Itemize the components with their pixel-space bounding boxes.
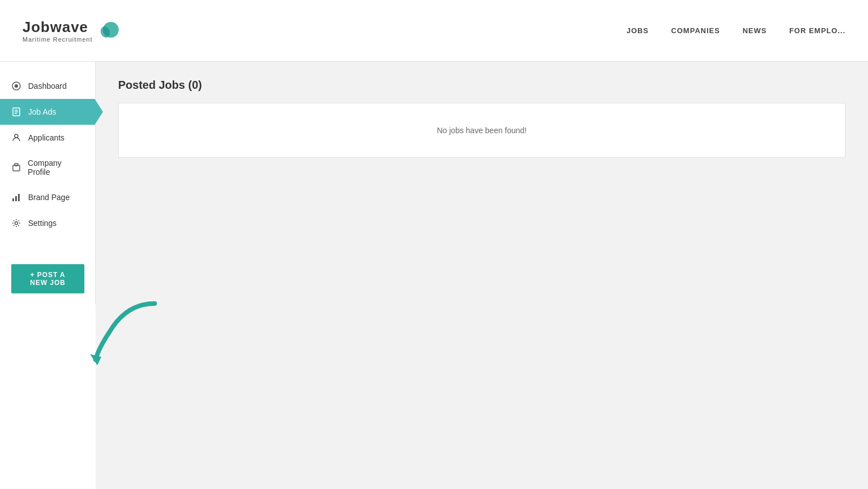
svg-rect-11 <box>12 198 14 201</box>
sidebar-label-brand-page: Brand Page <box>28 193 70 202</box>
job-ads-icon <box>11 107 21 117</box>
post-new-job-button[interactable]: + POST A NEW JOB <box>11 264 84 293</box>
nav-for-employers[interactable]: FOR EMPLO... <box>789 26 845 35</box>
sidebar-item-job-ads[interactable]: Job Ads <box>0 99 95 125</box>
nav-companies[interactable]: COMPANIES <box>671 26 720 35</box>
nav-links: JOBS COMPANIES NEWS FOR EMPLO... <box>627 26 845 35</box>
sidebar-wrapper: Dashboard Job Ads Applicants Company Pro… <box>0 62 96 489</box>
sidebar-label-dashboard: Dashboard <box>28 82 67 90</box>
svg-point-8 <box>15 134 18 138</box>
logo-text: Jobwave Maritime Recruitment <box>23 19 93 43</box>
no-jobs-message: No jobs have been found! <box>130 115 834 146</box>
section-title: Posted Jobs (0) <box>118 79 845 92</box>
header: Jobwave Maritime Recruitment JOBS COMPAN… <box>0 0 868 62</box>
svg-point-3 <box>15 84 18 88</box>
sidebar-label-applicants: Applicants <box>28 133 65 142</box>
sidebar-label-job-ads: Job Ads <box>28 107 56 116</box>
sidebar: Dashboard Job Ads Applicants Company Pro… <box>0 62 96 305</box>
sidebar-item-brand-page[interactable]: Brand Page <box>0 184 95 210</box>
settings-icon <box>11 218 21 228</box>
svg-point-14 <box>15 222 18 225</box>
logo-brand: Jobwave <box>23 19 93 36</box>
dashboard-icon <box>11 81 21 91</box>
svg-rect-10 <box>15 164 18 166</box>
logo-area: Jobwave Maritime Recruitment <box>23 19 121 43</box>
logo-subtitle: Maritime Recruitment <box>23 36 93 43</box>
sidebar-label-settings: Settings <box>28 219 57 228</box>
svg-rect-12 <box>15 196 17 201</box>
main-content: Posted Jobs (0) No jobs have been found! <box>96 62 868 489</box>
sidebar-item-dashboard[interactable]: Dashboard <box>0 73 95 99</box>
sidebar-item-settings[interactable]: Settings <box>0 210 95 236</box>
post-btn-area: + POST A NEW JOB <box>0 253 95 305</box>
logo-icon <box>98 20 121 42</box>
brand-page-icon <box>11 192 21 202</box>
sidebar-item-applicants[interactable]: Applicants <box>0 125 95 151</box>
nav-jobs[interactable]: JOBS <box>627 26 649 35</box>
sidebar-item-company-profile[interactable]: Company Profile <box>0 151 95 184</box>
jobs-table: No jobs have been found! <box>118 103 845 158</box>
applicants-icon <box>11 133 21 143</box>
nav-news[interactable]: NEWS <box>743 26 767 35</box>
sidebar-label-company-profile: Company Profile <box>28 159 84 176</box>
svg-rect-13 <box>18 194 20 201</box>
layout: Dashboard Job Ads Applicants Company Pro… <box>0 62 868 489</box>
company-profile-icon <box>11 162 21 173</box>
